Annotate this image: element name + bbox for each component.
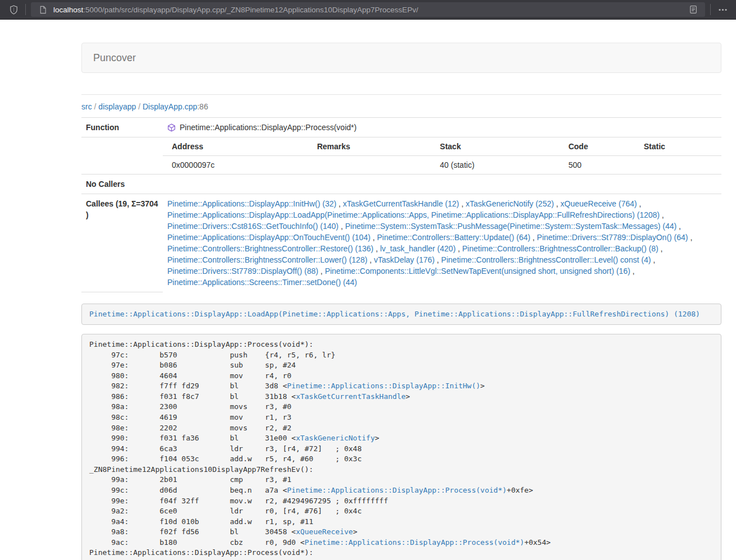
static-value: [635, 156, 721, 175]
function-name-cell: Pinetime::Applications::DisplayApp::Proc…: [163, 118, 721, 137]
column-code: Code: [559, 137, 634, 156]
url-path: :5000/path/src/displayapp/DisplayApp.cpp…: [83, 6, 418, 14]
reader-view-icon[interactable]: [687, 3, 700, 16]
callee-link[interactable]: Pinetime::Applications::DisplayApp::OnTo…: [167, 233, 371, 242]
callee-link[interactable]: Pinetime::Drivers::St7789::DisplayOn() (…: [537, 233, 688, 242]
breadcrumb-separator: /: [92, 102, 99, 111]
load-app-snippet: Pinetime::Applications::DisplayApp::Load…: [81, 304, 721, 325]
empty-label: [81, 137, 163, 175]
function-name: Pinetime::Applications::DisplayApp::Proc…: [180, 123, 356, 132]
asm-symbol-link[interactable]: xTaskGenericNotify: [296, 434, 375, 442]
breadcrumb-separator: /: [136, 102, 143, 111]
breadcrumb: src / displayapp / DisplayApp.cpp:86: [81, 101, 721, 112]
callee-link[interactable]: xTaskGetCurrentTaskHandle (12): [343, 199, 459, 208]
breadcrumb-link[interactable]: DisplayApp.cpp: [143, 102, 197, 111]
no-callers-cell: [163, 175, 721, 194]
function-row: Function Pinetime::Applications::Display…: [81, 118, 721, 137]
function-details-row: Address Remarks Stack Code Static 0x0000…: [81, 137, 721, 175]
divider: [81, 94, 721, 95]
details-table: Address Remarks Stack Code Static 0x0000…: [163, 137, 721, 174]
url-host: localhost: [53, 6, 83, 14]
browser-toolbar: localhost:5000/path/src/displayapp/Displ…: [0, 0, 736, 20]
function-details-cell: Address Remarks Stack Code Static 0x0000…: [163, 137, 721, 175]
callee-link[interactable]: vTaskDelay (176): [374, 255, 435, 264]
asm-symbol-link[interactable]: xTaskGetCurrentTaskHandle: [296, 392, 406, 401]
no-callers-label: No Callers: [81, 175, 163, 194]
toolbar-divider: [25, 4, 26, 15]
asm-symbol-link[interactable]: Pinetime::Applications::DisplayApp::Proc…: [287, 486, 506, 494]
callee-link[interactable]: Pinetime::Applications::DisplayApp::Load…: [167, 210, 660, 219]
navbar: Puncover: [81, 43, 721, 73]
no-callers-row: No Callers: [81, 175, 721, 194]
callee-link[interactable]: Pinetime::Components::LittleVgl::SetNewT…: [325, 267, 630, 276]
callee-link[interactable]: Pinetime::Controllers::BrightnessControl…: [462, 244, 658, 253]
disassembly-block: Pinetime::Applications::DisplayApp::Proc…: [81, 334, 721, 560]
url-bar[interactable]: localhost:5000/path/src/displayapp/Displ…: [31, 2, 705, 17]
callees-list: Pinetime::Applications::DisplayApp::Init…: [163, 194, 721, 292]
callee-link[interactable]: Pinetime::System::SystemTask::PushMessag…: [345, 222, 677, 231]
callee-link[interactable]: Pinetime::Controllers::BrightnessControl…: [167, 255, 367, 264]
details-data-row: 0x0000097c 40 (static) 500: [163, 156, 721, 175]
callee-link[interactable]: Pinetime::Drivers::St7789::DisplayOff() …: [167, 267, 318, 276]
column-remarks: Remarks: [308, 137, 431, 156]
callee-link[interactable]: Pinetime::Controllers::BrightnessControl…: [441, 255, 651, 264]
breadcrumb-link[interactable]: src: [81, 102, 92, 111]
asm-symbol-link[interactable]: xQueueReceive: [296, 527, 353, 536]
column-static: Static: [635, 137, 721, 156]
callee-link[interactable]: Pinetime::Applications::Screens::Timer::…: [167, 278, 357, 287]
callees-row: Callees (19, Σ=3704 ) Pinetime::Applicat…: [81, 194, 721, 292]
function-label: Function: [81, 118, 163, 137]
column-address: Address: [163, 137, 308, 156]
callee-link[interactable]: Pinetime::Applications::DisplayApp::Init…: [167, 199, 336, 208]
breadcrumb-link[interactable]: displayapp: [98, 102, 136, 111]
url-text: localhost:5000/path/src/displayapp/Displ…: [53, 6, 418, 14]
code-value: 500: [559, 156, 634, 175]
details-header-row: Address Remarks Stack Code Static: [163, 137, 721, 156]
disassembly-code: Pinetime::Applications::DisplayApp::Proc…: [89, 340, 551, 560]
shield-icon[interactable]: [7, 3, 20, 16]
function-table: Function Pinetime::Applications::Display…: [81, 117, 721, 292]
page-icon[interactable]: [36, 3, 49, 16]
remarks-value: [308, 156, 431, 175]
callee-link[interactable]: xQueueReceive (764): [560, 199, 637, 208]
callee-link[interactable]: Pinetime::Drivers::Cst816S::GetTouchInfo…: [167, 222, 339, 231]
callee-link[interactable]: lv_task_handler (420): [380, 244, 456, 253]
address-value: 0x0000097c: [163, 156, 308, 175]
asm-symbol-link[interactable]: Pinetime::Applications::DisplayApp::Proc…: [305, 538, 524, 547]
brand-link[interactable]: Puncover: [93, 52, 136, 63]
toolbar-divider: [710, 4, 711, 15]
column-stack: Stack: [431, 137, 560, 156]
asm-symbol-link[interactable]: Pinetime::Applications::DisplayApp::Init…: [287, 382, 480, 390]
callee-link[interactable]: Pinetime::Controllers::BrightnessControl…: [167, 244, 373, 253]
callees-label: Callees (19, Σ=3704 ): [81, 194, 163, 292]
snippet-symbol-link[interactable]: Pinetime::Applications::DisplayApp::Load…: [89, 310, 700, 318]
package-icon: [167, 123, 176, 132]
page-container: Puncover src / displayapp / DisplayApp.c…: [81, 43, 721, 560]
callee-link[interactable]: Pinetime::Controllers::Battery::Update()…: [377, 233, 531, 242]
more-icon[interactable]: [716, 3, 729, 16]
breadcrumb-line-number: :86: [197, 102, 208, 111]
stack-value: 40 (static): [431, 156, 560, 175]
callee-link[interactable]: xTaskGenericNotify (252): [465, 199, 554, 208]
